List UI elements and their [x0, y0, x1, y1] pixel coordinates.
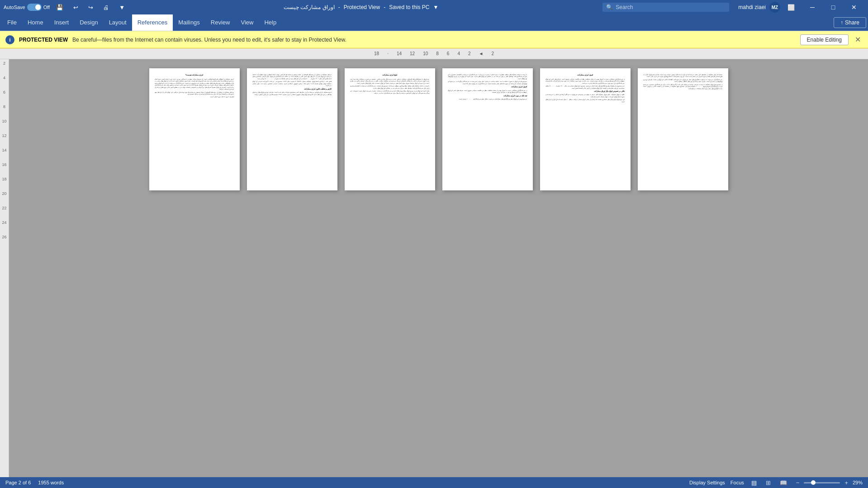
protected-view-message: Be careful—files from the Internet can c… — [72, 37, 796, 43]
share-button[interactable]: ↑ Share — [834, 17, 866, 28]
main-area: 2 4 6 8 10 12 14 16 18 20 22 24 26 انرژی… — [0, 59, 868, 477]
page6-content2: سرمایه‌گذاران می‌توانند با مراجعه به کار… — [643, 79, 723, 83]
tab-references[interactable]: References — [132, 14, 173, 31]
zoom-slider-thumb[interactable] — [811, 480, 816, 485]
page-info: Page 2 of 6 — [5, 480, 31, 485]
close-button[interactable]: ✕ — [844, 0, 864, 14]
protected-view-bar: i PROTECTED VIEW Be careful—files from t… — [0, 31, 868, 48]
saved-label: Saved to this PC — [389, 4, 429, 10]
share-icon: ↑ — [840, 19, 843, 26]
search-icon: 🔍 — [606, 4, 613, 10]
left-ruler-mark: 12 — [2, 133, 6, 138]
page1-footer: از تعریف انرژی تا نکته مورد اشاره است: — [155, 96, 234, 98]
search-box[interactable]: 🔍 — [602, 3, 729, 12]
doc-page-5: اصول انرژی مشارکت در سرمایه‌گذاری مشارکت… — [540, 68, 631, 190]
status-bar: Page 2 of 6 1955 words Display Settings … — [0, 477, 868, 488]
autosave-label: AutoSave — [4, 5, 25, 10]
search-input[interactable] — [616, 4, 726, 10]
left-ruler: 2 4 6 8 10 12 14 16 18 20 22 24 26 — [0, 59, 9, 477]
page3-content3: بازار ثانویه این اوراق نیز در بورس اوراق… — [350, 90, 430, 94]
left-ruler-mark: 16 — [2, 162, 6, 167]
user-avatar[interactable]: MZ — [769, 2, 780, 13]
tab-view[interactable]: View — [235, 14, 259, 31]
left-ruler-mark: 4 — [3, 76, 5, 80]
zoom-controls: − + 29% — [794, 479, 863, 487]
protected-view-label: Protected View — [344, 4, 380, 10]
left-ruler-mark: 24 — [2, 220, 6, 225]
read-mode-button[interactable]: 📖 — [778, 479, 789, 487]
print-button[interactable]: 🖨 — [100, 2, 113, 13]
ruler-mark-16: · — [387, 51, 389, 56]
ribbon-display-btn[interactable]: ⬜ — [784, 2, 798, 13]
doc-title-area: اوراق مشارکت چیست - Protected View - Sav… — [284, 4, 438, 10]
page1-content2: مزایای مشارکت در بسیاری از زمینه‌های اقت… — [155, 91, 234, 95]
doc-area[interactable]: انرژی مشارکت چیست؟ انرژی مشارکت در اصطلا… — [9, 59, 868, 477]
tab-design[interactable]: Design — [74, 14, 103, 31]
minimize-button[interactable]: ─ — [802, 0, 823, 14]
display-settings-label[interactable]: Display Settings — [689, 480, 725, 485]
left-ruler-mark: 6 — [3, 90, 5, 95]
page4-content3: در سرمایه‌گذاری مشارکتی توجه به اصول مهم… — [448, 90, 527, 94]
tab-insert[interactable]: Insert — [49, 14, 75, 31]
tab-layout[interactable]: Layout — [104, 14, 132, 31]
title-bar-left: AutoSave Off 💾 ↩ ↪ 🖨 ▼ — [4, 2, 128, 13]
zoom-out-button[interactable]: − — [794, 479, 802, 487]
page5-section: نکاتی در خصوص انواع دیگر اوراق مشارکت — [545, 90, 625, 93]
left-ruler-mark: 2 — [3, 61, 5, 66]
page2-content: مزایای مشارکت در بسیاری از زمینه‌های اقت… — [252, 74, 332, 80]
doc-page-1: انرژی مشارکت چیست؟ انرژی مشارکت در اصطلا… — [149, 68, 240, 190]
page3-title: انواع انرژی مشارکت — [350, 74, 430, 76]
ruler-mark-6: 6 — [447, 51, 450, 56]
tab-bar: File Home Insert Design Layout Reference… — [0, 14, 868, 31]
title-bar: AutoSave Off 💾 ↩ ↪ 🖨 ▼ اوراق مشارکت چیست… — [0, 0, 868, 14]
print-layout-view-button[interactable]: ▤ — [749, 479, 759, 487]
user-area: mahdi ziaei MZ — [738, 2, 780, 13]
enable-editing-button[interactable]: Enable Editing — [800, 34, 849, 45]
ruler-mark-2: 2 — [468, 51, 471, 56]
ruler-mark-14: 14 — [397, 51, 402, 56]
tab-home[interactable]: Home — [22, 14, 49, 31]
tab-review[interactable]: Review — [205, 14, 236, 31]
doc-page-4: با توجه به اینکه مشارکت‌های مختلف مطابق … — [442, 68, 533, 190]
user-initials: MZ — [772, 5, 778, 10]
left-ruler-mark: 8 — [3, 104, 5, 109]
customize-button[interactable]: ▼ — [115, 2, 128, 13]
focus-label[interactable]: Focus — [730, 480, 744, 485]
page5-content2: خرید و فروش این اوراق از طریق کارگزاری‌ه… — [545, 85, 625, 89]
save-button[interactable]: 💾 — [52, 2, 67, 13]
tab-file[interactable]: File — [2, 14, 22, 31]
title-bar-right: mahdi ziaei MZ ⬜ ─ □ ✕ — [738, 0, 864, 14]
doc-title: اوراق مشارکت چیست — [284, 4, 335, 10]
page4-section: اصول انرژی مشارکت — [448, 86, 527, 88]
web-layout-view-button[interactable]: ⊞ — [764, 479, 773, 487]
redo-button[interactable]: ↪ — [85, 2, 97, 13]
word-count: 1955 words — [38, 480, 64, 485]
status-bar-right: Display Settings Focus ▤ ⊞ 📖 − + 29% — [689, 479, 863, 487]
zoom-slider[interactable] — [804, 482, 840, 483]
autosave-state: Off — [43, 5, 50, 10]
zoom-in-button[interactable]: + — [843, 479, 850, 487]
page5-title: اصول انرژی مشارکت — [545, 74, 625, 76]
left-ruler-mark: 26 — [2, 235, 6, 239]
protected-view-title: PROTECTED VIEW — [19, 37, 68, 43]
separator2: - — [384, 4, 385, 10]
autosave-switch[interactable] — [27, 4, 42, 11]
autosave-toggle[interactable]: AutoSave Off — [4, 4, 50, 11]
ruler-mark-end: 2 — [491, 51, 494, 56]
protected-close-button[interactable]: ✕ — [853, 35, 863, 44]
left-ruler-mark: 22 — [2, 206, 6, 210]
ruler-mark-4: 4 — [457, 51, 460, 56]
tab-help[interactable]: Help — [259, 14, 282, 31]
ruler: 18 · 14 12 10 8 6 4 2 ◄ 2 — [0, 48, 868, 59]
maximize-button[interactable]: □ — [823, 0, 844, 14]
doc-page-6: چشم‌انداز بازار مشارکت در سال‌های اخیر ن… — [638, 68, 728, 190]
ruler-mark-10: 10 — [423, 51, 428, 56]
dropdown-icon[interactable]: ▼ — [433, 4, 439, 10]
ruler-content: 18 · 14 12 10 8 6 4 2 ◄ 2 — [0, 51, 868, 56]
undo-button[interactable]: ↩ — [70, 2, 82, 13]
zoom-level: 29% — [853, 480, 863, 485]
window-controls: ─ □ ✕ — [802, 0, 864, 14]
tab-mailings[interactable]: Mailings — [173, 14, 205, 31]
page2-section: کارایی و فعالیت قانون انرژی مشارکت — [252, 88, 332, 90]
title-bar-center: اوراق مشارکت چیست - Protected View - Sav… — [128, 4, 593, 10]
